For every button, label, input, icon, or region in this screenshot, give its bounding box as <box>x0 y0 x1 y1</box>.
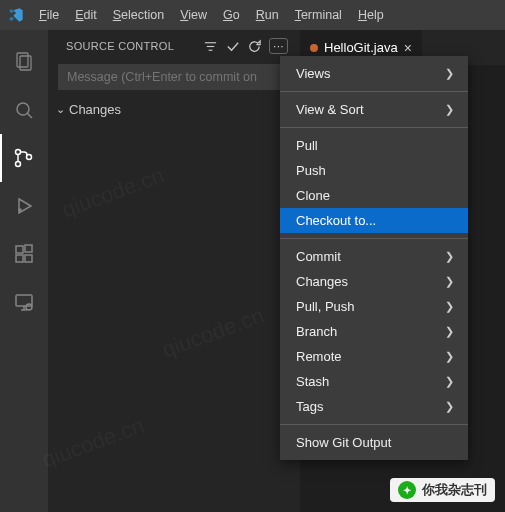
svg-line-3 <box>28 114 33 119</box>
context-menu: Views❯ View & Sort❯ Pull Push Clone Chec… <box>280 56 468 460</box>
ctx-show-git-output[interactable]: Show Git Output <box>280 430 468 455</box>
close-tab-icon[interactable]: × <box>404 40 412 56</box>
commit-message-input[interactable] <box>58 64 290 90</box>
title-bar: File Edit Selection View Go Run Terminal… <box>0 0 505 30</box>
svg-point-16 <box>26 304 32 310</box>
svg-rect-10 <box>16 255 23 262</box>
svg-point-8 <box>19 209 21 211</box>
ctx-tags[interactable]: Tags❯ <box>280 394 468 419</box>
refresh-icon[interactable] <box>247 39 262 54</box>
tree-view-icon[interactable] <box>203 39 218 54</box>
chevron-right-icon: ❯ <box>445 375 454 388</box>
changes-section[interactable]: ⌄ Changes <box>48 96 300 123</box>
menu-run[interactable]: Run <box>249 4 286 26</box>
ctx-commit[interactable]: Commit❯ <box>280 244 468 269</box>
ctx-branch[interactable]: Branch❯ <box>280 319 468 344</box>
footer-badge: ✦ 你我杂志刊 <box>390 478 495 502</box>
separator <box>280 424 468 425</box>
chevron-right-icon: ❯ <box>445 300 454 313</box>
chevron-right-icon: ❯ <box>445 325 454 338</box>
chevron-right-icon: ❯ <box>445 250 454 263</box>
changes-label: Changes <box>69 102 121 117</box>
chevron-right-icon: ❯ <box>445 400 454 413</box>
panel-title: SOURCE CONTROL <box>66 40 196 52</box>
menu-edit[interactable]: Edit <box>68 4 104 26</box>
activity-explorer[interactable] <box>0 38 48 86</box>
menu-terminal[interactable]: Terminal <box>288 4 349 26</box>
menu-view[interactable]: View <box>173 4 214 26</box>
chevron-right-icon: ❯ <box>445 275 454 288</box>
ctx-push[interactable]: Push <box>280 158 468 183</box>
ctx-pull[interactable]: Pull <box>280 133 468 158</box>
separator <box>280 127 468 128</box>
chevron-right-icon: ❯ <box>445 103 454 116</box>
chevron-right-icon: ❯ <box>445 67 454 80</box>
source-control-panel: SOURCE CONTROL ··· ⌄ Changes <box>48 30 300 512</box>
commit-icon[interactable] <box>225 39 240 54</box>
ctx-views[interactable]: Views❯ <box>280 61 468 86</box>
more-actions-icon[interactable]: ··· <box>269 38 288 54</box>
svg-rect-11 <box>25 255 32 262</box>
svg-rect-1 <box>20 56 31 70</box>
menu-bar: File Edit Selection View Go Run Terminal… <box>32 4 391 26</box>
ctx-view-sort[interactable]: View & Sort❯ <box>280 97 468 122</box>
menu-selection[interactable]: Selection <box>106 4 171 26</box>
chevron-down-icon: ⌄ <box>56 103 65 116</box>
ctx-pull-push[interactable]: Pull, Push❯ <box>280 294 468 319</box>
svg-rect-9 <box>16 246 23 253</box>
menu-file[interactable]: File <box>32 4 66 26</box>
separator <box>280 238 468 239</box>
ctx-checkout-to[interactable]: Checkout to... <box>280 208 468 233</box>
svg-rect-12 <box>25 245 32 252</box>
svg-point-2 <box>17 103 29 115</box>
activity-search[interactable] <box>0 86 48 134</box>
ctx-remote[interactable]: Remote❯ <box>280 344 468 369</box>
svg-rect-0 <box>17 53 28 67</box>
modified-indicator-icon <box>310 44 318 52</box>
ctx-stash[interactable]: Stash❯ <box>280 369 468 394</box>
vscode-logo-icon <box>8 7 24 23</box>
svg-point-6 <box>27 155 32 160</box>
activity-bar <box>0 30 48 512</box>
tab-label: HelloGit.java <box>324 40 398 55</box>
panel-header: SOURCE CONTROL ··· <box>48 30 300 60</box>
chevron-right-icon: ❯ <box>445 350 454 363</box>
ctx-clone[interactable]: Clone <box>280 183 468 208</box>
menu-help[interactable]: Help <box>351 4 391 26</box>
activity-source-control[interactable] <box>0 134 48 182</box>
menu-go[interactable]: Go <box>216 4 247 26</box>
footer-text: 你我杂志刊 <box>422 481 487 499</box>
activity-remote[interactable] <box>0 278 48 326</box>
wechat-icon: ✦ <box>398 481 416 499</box>
activity-run-debug[interactable] <box>0 182 48 230</box>
ctx-changes[interactable]: Changes❯ <box>280 269 468 294</box>
svg-point-5 <box>16 162 21 167</box>
activity-extensions[interactable] <box>0 230 48 278</box>
separator <box>280 91 468 92</box>
svg-point-4 <box>16 150 21 155</box>
